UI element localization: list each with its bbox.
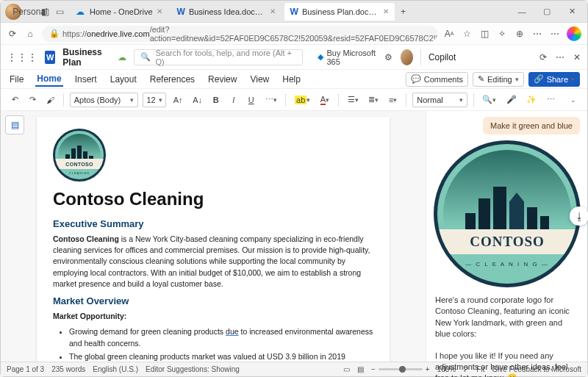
copilot-panel-title: Copilot (429, 52, 531, 62)
favorites-bar-icon[interactable]: ✧ (496, 28, 508, 40)
editing-mode-button[interactable]: ✎Editing▾ (473, 72, 524, 87)
toolbar-overflow-button[interactable]: ⋯ (544, 93, 558, 107)
extensions-icon[interactable]: ⋯ (531, 28, 543, 40)
numbering-button[interactable]: ≣▾ (366, 93, 382, 107)
browser-titlebar: Personal ◧ ▭ ☁ Home - OneDrive ✕ W Busin… (1, 1, 587, 23)
maximize-button[interactable]: ▢ (536, 1, 558, 22)
collections-icon[interactable]: ⊕ (514, 28, 526, 40)
close-tab-icon[interactable]: ✕ (383, 7, 389, 15)
tab-help[interactable]: Help (281, 73, 302, 86)
app-launcher-icon[interactable]: ⋮⋮⋮ (7, 51, 37, 63)
buy-m365-button[interactable]: ◆ Buy Microsoft 365 (318, 49, 376, 66)
status-language[interactable]: English (U.S.) (93, 365, 138, 373)
user-avatar-icon[interactable] (401, 49, 413, 65)
refresh-icon[interactable]: ⟳ (7, 28, 18, 40)
smile-emoji-icon: 😊 (507, 373, 517, 377)
copilot-close-icon[interactable]: ✕ (572, 51, 581, 63)
redo-button[interactable]: ↷ (26, 93, 39, 107)
url-host: onedrive.live.com (87, 29, 150, 38)
ribbon-tabs: File Home Insert Layout References Revie… (1, 70, 587, 89)
tab-file[interactable]: File (8, 73, 25, 86)
close-tab-icon[interactable]: ✕ (270, 7, 276, 15)
search-input[interactable]: 🔍 Search for tools, help, and more (Alt … (134, 49, 303, 65)
workspaces-icon[interactable]: ◧ (39, 6, 51, 18)
underline-button[interactable]: U (245, 93, 258, 107)
app-window: Personal ◧ ▭ ☁ Home - OneDrive ✕ W Busin… (0, 0, 588, 377)
edge-copilot-icon[interactable] (567, 26, 581, 41)
tab-layout[interactable]: Layout (109, 73, 138, 86)
close-window-button[interactable]: ✕ (561, 1, 583, 22)
comments-button[interactable]: 💬Comments (406, 72, 468, 87)
browser-tab-idea[interactable]: W Business Idea.docx - Microsoft W ✕ (171, 3, 282, 21)
more-icon[interactable]: ⋯ (549, 28, 561, 40)
doc-logo-brand: CONTOSO (55, 159, 104, 169)
settings-gear-icon[interactable]: ⚙ (384, 51, 393, 63)
home-icon[interactable]: ⌂ (24, 28, 36, 40)
document-page[interactable]: CONTOSO CLEANING Contoso Cleaning Execut… (37, 117, 390, 362)
format-painter-button[interactable]: 🖌 (43, 93, 57, 107)
bold-button[interactable]: B (209, 93, 223, 107)
favorite-icon[interactable]: ☆ (461, 28, 473, 40)
view-print-icon[interactable]: ▭ (343, 365, 350, 373)
highlight-button[interactable]: ab▾ (292, 93, 313, 107)
onedrive-icon: ☁ (74, 6, 86, 18)
text-size-icon[interactable]: AA (443, 28, 455, 40)
italic-button[interactable]: I (227, 93, 240, 107)
copilot-refresh-icon[interactable]: ⟳ (539, 51, 548, 63)
tab-actions-icon[interactable]: ▭ (54, 6, 65, 18)
shrink-font-button[interactable]: A↓ (190, 93, 205, 107)
url-path: /edit?action=editnew&id=52FAF0ED9C6578C2… (150, 26, 437, 42)
align-button[interactable]: ≡▾ (386, 93, 400, 107)
copilot-image-wrap: CONTOSO — C L E A N I N G — ⭳ (426, 140, 587, 287)
document-name[interactable]: Business Plan (62, 47, 110, 68)
profile-label: Personal (24, 6, 36, 18)
ribbon-toggle-button[interactable]: ⌄ (567, 93, 580, 107)
copilot-more-icon[interactable]: ⋯ (556, 51, 565, 63)
bullets-button[interactable]: ☰▾ (345, 93, 362, 107)
divider (420, 49, 421, 65)
zoom-slider[interactable] (379, 368, 423, 370)
designer-button[interactable]: ✨ (524, 93, 540, 107)
url-field[interactable]: 🔒 https://onedrive.live.com/edit?action=… (42, 26, 437, 42)
download-image-button[interactable]: ⭳ (570, 207, 588, 226)
tab-references[interactable]: References (148, 73, 196, 86)
tab-review[interactable]: Review (207, 73, 238, 86)
search-icon: 🔍 (140, 52, 151, 62)
view-web-icon[interactable]: ▤ (357, 365, 364, 373)
copilot-generated-logo[interactable]: CONTOSO — C L E A N I N G — (434, 140, 581, 287)
app-body: ▤ CONTOSO CLEANING Contoso Cleaning Exec… (1, 111, 587, 362)
copilot-response-2: I hope you like it! If you need any adju… (426, 343, 587, 377)
find-button[interactable]: 🔍▾ (480, 93, 499, 107)
font-family-select[interactable]: Aptos (Body)▾ (70, 93, 139, 107)
browser-tab-onedrive[interactable]: ☁ Home - OneDrive ✕ (68, 3, 168, 21)
font-color-button[interactable]: A▾ (318, 93, 332, 107)
font-size-select[interactable]: 12▾ (143, 93, 165, 107)
tab-view[interactable]: View (248, 73, 270, 86)
browser-address-bar: ⟳ ⌂ 🔒 https://onedrive.live.com/edit?act… (1, 23, 587, 45)
tab-insert[interactable]: Insert (74, 73, 98, 86)
status-page[interactable]: Page 1 of 3 (7, 365, 44, 373)
close-tab-icon[interactable]: ✕ (157, 7, 162, 15)
word-app-header: ⋮⋮⋮ W Business Plan ☁ 🔍 Search for tools… (1, 45, 587, 70)
minimize-button[interactable]: — (511, 1, 533, 22)
zoom-out-icon[interactable]: − (371, 365, 376, 373)
tab-home[interactable]: Home (35, 72, 62, 87)
navigation-pane-button[interactable]: ▤ (5, 115, 24, 134)
home-toolbar: ↶ ↷ 🖌 Aptos (Body)▾ 12▾ A↑ A↓ B I U ⋯▾ a… (1, 89, 587, 111)
style-select[interactable]: Normal▾ (412, 93, 467, 107)
zoom-control[interactable]: − + (371, 365, 430, 373)
undo-button[interactable]: ↶ (8, 93, 21, 107)
status-words[interactable]: 235 words (51, 365, 85, 373)
doc-logo-sub: CLEANING (55, 171, 104, 175)
browser-tab-plan[interactable]: W Business Plan.docx - Microsoft W ✕ (284, 3, 395, 21)
copilot-response-1: Here's a round corporate logo for Contos… (426, 287, 587, 343)
tab-title: Business Idea.docx - Microsoft W (189, 7, 266, 16)
grow-font-button[interactable]: A↑ (171, 93, 186, 107)
status-editor[interactable]: Editor Suggestions: Showing (146, 365, 240, 373)
more-font-button[interactable]: ⋯▾ (262, 93, 280, 107)
new-tab-button[interactable]: + (398, 6, 409, 18)
saved-cloud-icon[interactable]: ☁ (118, 52, 126, 62)
share-button[interactable]: 🔗Share▾ (528, 72, 580, 87)
split-screen-icon[interactable]: ◫ (478, 28, 490, 40)
dictate-button[interactable]: 🎤 (503, 93, 520, 107)
